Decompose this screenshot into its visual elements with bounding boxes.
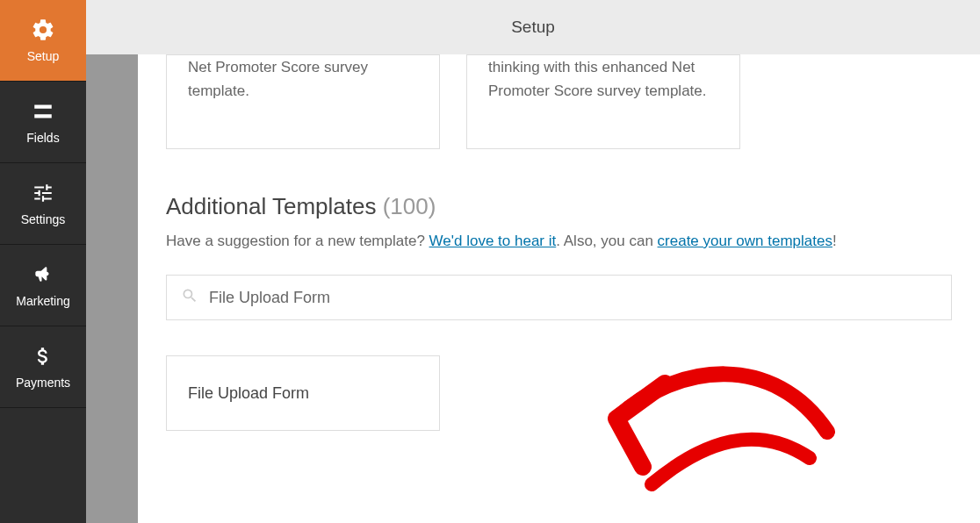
sidebar-item-settings[interactable]: Settings xyxy=(0,163,86,245)
template-card-nps-enhanced[interactable]: thinking with this enhanced Net Promoter… xyxy=(466,54,740,149)
template-result-label: File Upload Form xyxy=(188,384,309,403)
dollar-icon xyxy=(31,344,55,369)
list-icon xyxy=(31,99,55,124)
template-card-nps[interactable]: Net Promoter Score survey template. xyxy=(166,54,440,149)
sidebar-item-payments[interactable]: Payments xyxy=(0,326,86,408)
sidebar-item-label: Fields xyxy=(26,131,59,145)
sliders-icon xyxy=(31,181,55,205)
sidebar-item-label: Settings xyxy=(21,212,66,226)
suggest-link-hear[interactable]: We'd love to hear it xyxy=(429,233,557,249)
search-input[interactable] xyxy=(209,289,937,307)
search-icon xyxy=(181,287,198,308)
suggest-suffix: ! xyxy=(832,233,837,249)
suggest-link-create[interactable]: create your own templates xyxy=(658,233,832,249)
sidebar-item-fields[interactable]: Fields xyxy=(0,82,86,163)
template-result-file-upload[interactable]: File Upload Form xyxy=(166,355,440,431)
topbar-title: Setup xyxy=(511,18,555,37)
card-text: Net Promoter Score survey template. xyxy=(188,59,368,99)
main-panel: Net Promoter Score survey template. thin… xyxy=(138,54,980,523)
annotation-arrow xyxy=(599,335,862,523)
sidebar-item-setup[interactable]: Setup xyxy=(0,0,86,82)
template-cards-row: Net Promoter Score survey template. thin… xyxy=(166,54,952,149)
sidebar-item-marketing[interactable]: Marketing xyxy=(0,245,86,326)
suggest-text: Have a suggestion for a new template? We… xyxy=(166,233,952,250)
sidebar-item-label: Setup xyxy=(27,49,60,63)
topbar: Setup xyxy=(86,0,980,54)
additional-templates-heading: Additional Templates (100) xyxy=(166,193,952,220)
bullhorn-icon xyxy=(31,262,55,287)
gear-icon xyxy=(31,18,55,42)
suggest-prefix: Have a suggestion for a new template? xyxy=(166,233,429,249)
heading-text: Additional Templates xyxy=(166,193,376,219)
card-text: thinking with this enhanced Net Promoter… xyxy=(488,59,706,99)
suggest-mid: . Also, you can xyxy=(556,233,657,249)
sidebar-item-label: Marketing xyxy=(16,294,69,308)
template-search-box[interactable] xyxy=(166,275,952,320)
sidebar: Setup Fields Settings Marketing Payments xyxy=(0,0,86,523)
template-count: (100) xyxy=(383,193,436,219)
sidebar-item-label: Payments xyxy=(16,376,70,390)
